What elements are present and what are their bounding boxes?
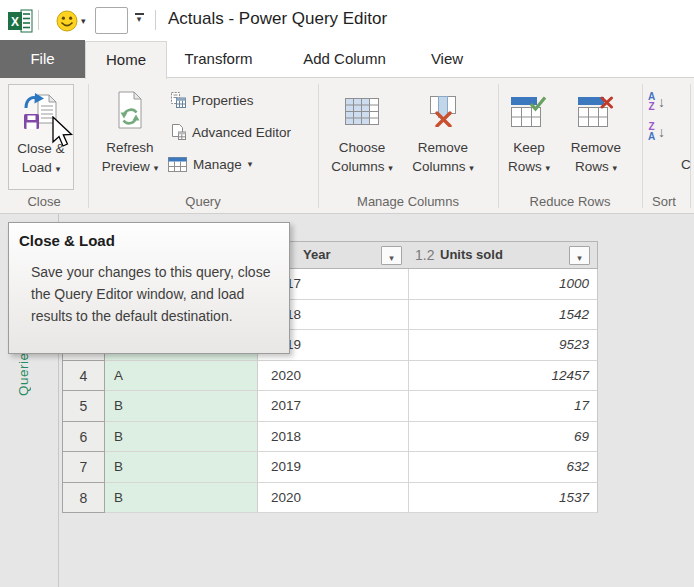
choose-columns-button[interactable]: Choose Columns ▾ <box>322 84 402 190</box>
units-cell[interactable]: 12457 <box>409 361 598 392</box>
tab-home[interactable]: Home <box>85 41 167 79</box>
year-cell[interactable]: 2017 <box>258 391 409 422</box>
table-row: 4 A 2020 12457 <box>62 361 598 392</box>
window-title: Actuals - Power Query Editor <box>168 9 387 29</box>
refresh-preview-label-line2: Preview <box>102 159 150 174</box>
year-filter-dropdown-button[interactable]: ▾ <box>381 246 402 265</box>
units-cell[interactable]: 1000 <box>409 269 598 300</box>
units-cell[interactable]: 17 <box>409 391 598 422</box>
sort-descending-button[interactable]: Z A ↓ <box>646 118 682 145</box>
properties-icon <box>170 92 186 108</box>
year-column-name: Year <box>303 242 330 268</box>
properties-label: Properties <box>192 93 254 108</box>
remove-columns-icon <box>426 84 460 138</box>
product-cell[interactable]: B <box>105 422 258 453</box>
keep-rows-label-line2: Rows <box>508 159 542 174</box>
units-cell[interactable]: 1537 <box>409 483 598 514</box>
chevron-down-icon: ▾ <box>546 163 551 173</box>
units-cell[interactable]: 632 <box>409 452 598 483</box>
table-row: 8 B 2020 1537 <box>62 483 598 514</box>
units-cell[interactable]: 69 <box>409 422 598 453</box>
titlebar-divider <box>155 10 156 30</box>
units-cell[interactable]: 1542 <box>409 300 598 331</box>
chevron-down-icon: ▾ <box>248 159 253 169</box>
chevron-down-icon: ▾ <box>613 163 618 173</box>
remove-rows-icon <box>578 84 614 138</box>
remove-columns-label-line1: Remove <box>418 138 468 157</box>
tab-view[interactable]: View <box>418 40 476 78</box>
table-row: 7 B 2019 632 <box>62 452 598 483</box>
tooltip-body: Save your changes to this query, close t… <box>31 261 277 327</box>
group-divider <box>88 84 89 208</box>
sort-za-icon: Z A <box>646 122 657 141</box>
table-row: 6 B 2018 69 <box>62 422 598 453</box>
remove-rows-button[interactable]: Remove Rows ▾ <box>560 84 632 190</box>
refresh-preview-button[interactable]: Refresh Preview ▾ <box>94 84 166 190</box>
product-cell[interactable]: A <box>105 361 258 392</box>
choose-columns-icon <box>345 84 379 138</box>
close-and-load-label-line2: Load <box>22 160 52 175</box>
year-cell[interactable]: 2020 <box>258 483 409 514</box>
row-number-cell[interactable]: 7 <box>62 452 105 483</box>
tooltip-title: Close & Load <box>19 232 289 249</box>
arrow-down-icon: ↓ <box>658 94 665 110</box>
refresh-preview-label-line1: Refresh <box>106 138 153 157</box>
year-cell[interactable]: 2019 <box>258 452 409 483</box>
row-number-cell[interactable]: 8 <box>62 483 105 514</box>
keep-rows-icon <box>511 84 547 138</box>
close-group-label: Close <box>4 194 84 209</box>
remove-rows-label-line1: Remove <box>571 138 621 157</box>
feedback-smiley-icon[interactable] <box>56 10 78 32</box>
chevron-down-icon: ▾ <box>388 163 393 173</box>
year-cell[interactable]: 2020 <box>258 361 409 392</box>
manage-label: Manage <box>193 157 242 172</box>
tab-file[interactable]: File <box>0 40 85 78</box>
manage-icon <box>168 157 187 172</box>
tab-transform[interactable]: Transform <box>180 40 257 78</box>
chevron-down-icon: ▾ <box>577 253 582 263</box>
row-number-cell[interactable]: 5 <box>62 391 105 422</box>
svg-text:X: X <box>11 15 19 29</box>
group-divider <box>318 84 319 208</box>
product-cell[interactable]: B <box>105 483 258 514</box>
row-number-cell[interactable]: 6 <box>62 422 105 453</box>
chevron-down-icon: ▾ <box>389 253 394 263</box>
remove-columns-label-line2: Columns <box>412 159 465 174</box>
table-row: 5 B 2017 17 <box>62 391 598 422</box>
product-cell[interactable]: B <box>105 391 258 422</box>
title-bar: X ▾ ▾ Actuals - Power Query Editor <box>0 0 694 40</box>
sort-az-icon: A Z <box>646 92 657 111</box>
tab-add-column[interactable]: Add Column <box>293 40 396 78</box>
units-cell[interactable]: 9523 <box>409 330 598 361</box>
advanced-editor-label: Advanced Editor <box>192 125 291 140</box>
query-group-label: Query <box>92 194 314 209</box>
group-divider <box>690 84 691 208</box>
refresh-preview-icon <box>115 84 145 138</box>
clipped-next-group-text: C <box>681 157 691 172</box>
advanced-editor-button[interactable]: Advanced Editor <box>170 121 291 143</box>
units-sold-header-cell[interactable]: 1.2 Units sold ▾ <box>409 241 598 269</box>
arrow-down-icon: ↓ <box>658 124 665 140</box>
year-cell[interactable]: 2018 <box>258 422 409 453</box>
sort-ascending-button[interactable]: A Z ↓ <box>646 88 682 115</box>
sort-group-label: Sort <box>642 194 686 209</box>
decimal-type-icon[interactable]: 1.2 <box>415 242 434 268</box>
smiley-dropdown-icon[interactable]: ▾ <box>81 16 86 26</box>
product-cell[interactable]: B <box>105 452 258 483</box>
chevron-down-icon: ▾ <box>154 163 159 173</box>
units-filter-dropdown-button[interactable]: ▾ <box>569 246 590 265</box>
mouse-cursor-icon <box>52 116 76 150</box>
remove-columns-button[interactable]: Remove Columns ▾ <box>402 84 484 190</box>
quick-access-dropdown-icon[interactable]: ▾ <box>134 13 144 23</box>
advanced-editor-icon <box>170 124 186 140</box>
quick-access-button[interactable] <box>95 7 128 34</box>
manage-columns-group-label: Manage Columns <box>322 194 494 209</box>
manage-button[interactable]: Manage ▾ <box>168 153 252 175</box>
remove-rows-label-line2: Rows <box>575 159 609 174</box>
keep-rows-button[interactable]: Keep Rows ▾ <box>500 84 558 190</box>
row-number-cell[interactable]: 4 <box>62 361 105 392</box>
properties-button[interactable]: Properties <box>170 89 254 111</box>
chevron-down-icon: ▾ <box>56 164 61 174</box>
choose-columns-label-line1: Choose <box>339 138 386 157</box>
group-divider <box>498 84 499 208</box>
